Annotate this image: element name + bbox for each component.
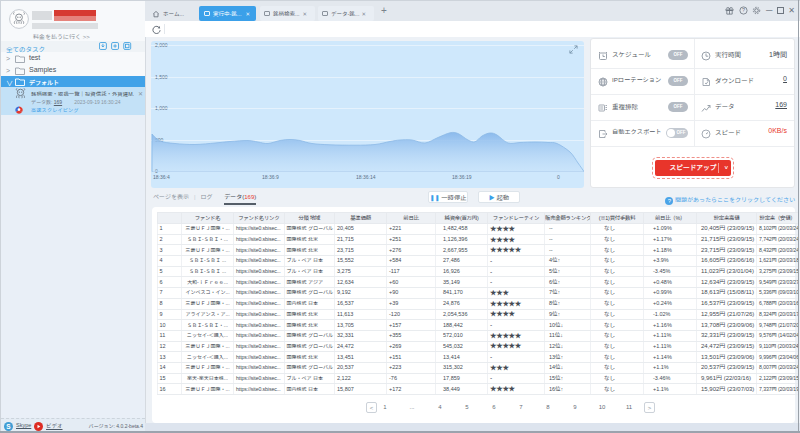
svg-text:S: S (6, 422, 11, 429)
svg-text:?: ? (742, 7, 745, 13)
